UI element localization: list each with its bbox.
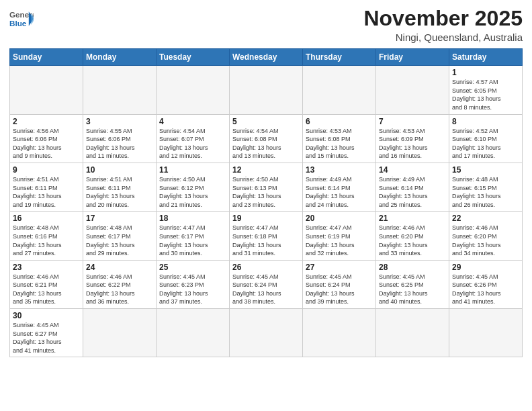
day-info: Sunrise: 4:46 AM Sunset: 6:21 PM Dayligh… [13, 273, 80, 306]
table-row: 12Sunrise: 4:50 AM Sunset: 6:13 PM Dayli… [230, 163, 303, 211]
table-row: 29Sunrise: 4:45 AM Sunset: 6:26 PM Dayli… [449, 260, 523, 308]
table-row: 14Sunrise: 4:49 AM Sunset: 6:14 PM Dayli… [376, 163, 449, 211]
day-info: Sunrise: 4:45 AM Sunset: 6:23 PM Dayligh… [159, 273, 226, 306]
table-row: 28Sunrise: 4:45 AM Sunset: 6:25 PM Dayli… [376, 260, 449, 308]
header-sunday: Sunday [10, 49, 83, 66]
table-row: 2Sunrise: 4:56 AM Sunset: 6:06 PM Daylig… [10, 114, 83, 163]
day-info: Sunrise: 4:50 AM Sunset: 6:13 PM Dayligh… [232, 175, 300, 209]
table-row [449, 309, 523, 357]
day-number: 9 [13, 165, 80, 175]
day-info: Sunrise: 4:45 AM Sunset: 6:25 PM Dayligh… [379, 273, 446, 306]
table-row [303, 309, 376, 357]
day-number: 17 [86, 214, 153, 223]
table-row: 7Sunrise: 4:53 AM Sunset: 6:09 PM Daylig… [376, 114, 449, 163]
table-row: 23Sunrise: 4:46 AM Sunset: 6:21 PM Dayli… [10, 260, 83, 308]
day-number: 11 [159, 165, 226, 175]
day-info: Sunrise: 4:48 AM Sunset: 6:17 PM Dayligh… [86, 224, 153, 257]
day-number: 18 [159, 214, 226, 223]
day-number: 28 [379, 263, 446, 272]
day-number: 13 [306, 165, 373, 175]
table-row [10, 66, 83, 114]
day-number: 3 [86, 117, 153, 126]
day-info: Sunrise: 4:57 AM Sunset: 6:05 PM Dayligh… [452, 78, 519, 111]
table-row: 13Sunrise: 4:49 AM Sunset: 6:14 PM Dayli… [303, 163, 376, 211]
table-row: 9Sunrise: 4:51 AM Sunset: 6:11 PM Daylig… [10, 163, 83, 211]
svg-text:Blue: Blue [9, 19, 27, 28]
table-row: 21Sunrise: 4:46 AM Sunset: 6:20 PM Dayli… [376, 212, 449, 260]
day-number: 27 [306, 263, 373, 272]
table-row: 18Sunrise: 4:47 AM Sunset: 6:17 PM Dayli… [157, 212, 230, 260]
table-row: 1Sunrise: 4:57 AM Sunset: 6:05 PM Daylig… [449, 66, 523, 114]
day-info: Sunrise: 4:48 AM Sunset: 6:15 PM Dayligh… [452, 175, 519, 209]
day-info: Sunrise: 4:53 AM Sunset: 6:09 PM Dayligh… [379, 127, 446, 161]
day-info: Sunrise: 4:45 AM Sunset: 6:24 PM Dayligh… [232, 273, 300, 306]
day-number: 14 [379, 165, 446, 175]
day-number: 26 [232, 263, 300, 272]
table-row [83, 309, 157, 357]
header-monday: Monday [83, 49, 157, 66]
day-number: 16 [13, 214, 80, 223]
month-year-title: November 2025 [363, 7, 523, 30]
day-number: 25 [159, 263, 226, 272]
table-row: 6Sunrise: 4:53 AM Sunset: 6:08 PM Daylig… [303, 114, 376, 163]
header-friday: Friday [376, 49, 449, 66]
day-info: Sunrise: 4:47 AM Sunset: 6:18 PM Dayligh… [232, 224, 300, 257]
day-info: Sunrise: 4:46 AM Sunset: 6:20 PM Dayligh… [452, 224, 519, 257]
day-info: Sunrise: 4:51 AM Sunset: 6:11 PM Dayligh… [86, 175, 153, 209]
day-info: Sunrise: 4:46 AM Sunset: 6:22 PM Dayligh… [86, 273, 153, 306]
table-row: 8Sunrise: 4:52 AM Sunset: 6:10 PM Daylig… [449, 114, 523, 163]
day-number: 20 [306, 214, 373, 223]
table-row: 27Sunrise: 4:45 AM Sunset: 6:24 PM Dayli… [303, 260, 376, 308]
day-info: Sunrise: 4:45 AM Sunset: 6:27 PM Dayligh… [13, 321, 80, 355]
day-number: 15 [452, 165, 519, 175]
table-row: 5Sunrise: 4:54 AM Sunset: 6:08 PM Daylig… [230, 114, 303, 163]
day-number: 30 [13, 311, 80, 320]
header-tuesday: Tuesday [157, 49, 230, 66]
table-row: 11Sunrise: 4:50 AM Sunset: 6:12 PM Dayli… [157, 163, 230, 211]
table-row [230, 309, 303, 357]
table-row [157, 66, 230, 114]
day-info: Sunrise: 4:54 AM Sunset: 6:07 PM Dayligh… [159, 127, 226, 161]
day-info: Sunrise: 4:49 AM Sunset: 6:14 PM Dayligh… [379, 175, 446, 209]
day-number: 24 [86, 263, 153, 272]
table-row: 20Sunrise: 4:47 AM Sunset: 6:19 PM Dayli… [303, 212, 376, 260]
header-saturday: Saturday [449, 49, 523, 66]
day-number: 23 [13, 263, 80, 272]
table-row: 16Sunrise: 4:48 AM Sunset: 6:16 PM Dayli… [10, 212, 83, 260]
day-number: 19 [232, 214, 300, 223]
day-info: Sunrise: 4:47 AM Sunset: 6:17 PM Dayligh… [159, 224, 226, 257]
table-row: 4Sunrise: 4:54 AM Sunset: 6:07 PM Daylig… [157, 114, 230, 163]
table-row: 10Sunrise: 4:51 AM Sunset: 6:11 PM Dayli… [83, 163, 157, 211]
calendar-header-row: Sunday Monday Tuesday Wednesday Thursday… [10, 49, 523, 66]
day-info: Sunrise: 4:54 AM Sunset: 6:08 PM Dayligh… [232, 127, 300, 161]
day-info: Sunrise: 4:46 AM Sunset: 6:20 PM Dayligh… [379, 224, 446, 257]
day-number: 29 [452, 263, 519, 272]
table-row: 3Sunrise: 4:55 AM Sunset: 6:06 PM Daylig… [83, 114, 157, 163]
table-row: 19Sunrise: 4:47 AM Sunset: 6:18 PM Dayli… [230, 212, 303, 260]
day-info: Sunrise: 4:50 AM Sunset: 6:12 PM Dayligh… [159, 175, 226, 209]
table-row [230, 66, 303, 114]
table-row: 25Sunrise: 4:45 AM Sunset: 6:23 PM Dayli… [157, 260, 230, 308]
day-info: Sunrise: 4:45 AM Sunset: 6:24 PM Dayligh… [306, 273, 373, 306]
location-subtitle: Ningi, Queensland, Australia [363, 32, 523, 43]
day-number: 21 [379, 214, 446, 223]
day-info: Sunrise: 4:56 AM Sunset: 6:06 PM Dayligh… [13, 127, 80, 161]
day-info: Sunrise: 4:51 AM Sunset: 6:11 PM Dayligh… [13, 175, 80, 209]
table-row [376, 66, 449, 114]
table-row: 24Sunrise: 4:46 AM Sunset: 6:22 PM Dayli… [83, 260, 157, 308]
table-row: 15Sunrise: 4:48 AM Sunset: 6:15 PM Dayli… [449, 163, 523, 211]
table-row: 17Sunrise: 4:48 AM Sunset: 6:17 PM Dayli… [83, 212, 157, 260]
header-wednesday: Wednesday [230, 49, 303, 66]
table-row [157, 309, 230, 357]
day-info: Sunrise: 4:48 AM Sunset: 6:16 PM Dayligh… [13, 224, 80, 257]
day-number: 4 [159, 117, 226, 126]
day-number: 8 [452, 117, 519, 126]
calendar-table: Sunday Monday Tuesday Wednesday Thursday… [9, 48, 523, 357]
day-number: 2 [13, 117, 80, 126]
day-number: 22 [452, 214, 519, 223]
day-number: 10 [86, 165, 153, 175]
header: General Blue November 2025 Ningi, Queens… [9, 7, 523, 43]
table-row [376, 309, 449, 357]
table-row [303, 66, 376, 114]
logo-icon: General Blue [9, 7, 34, 31]
